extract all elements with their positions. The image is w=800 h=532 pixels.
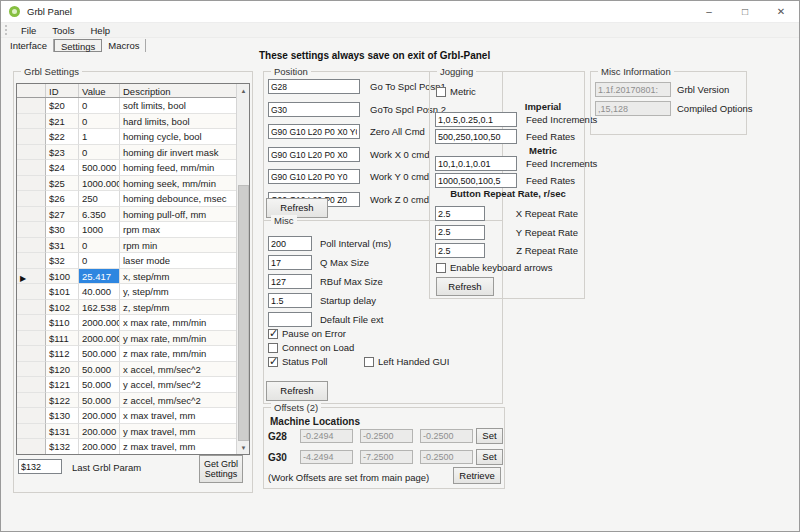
table-row[interactable]: $200soft limits, bool bbox=[17, 98, 238, 114]
scrollbar-down-icon[interactable]: ▼ bbox=[237, 441, 250, 454]
menu-item-file[interactable]: File bbox=[13, 24, 44, 37]
position-cmd-input[interactable] bbox=[268, 79, 360, 94]
cell-value[interactable]: 162.538 bbox=[79, 300, 120, 316]
table-row[interactable]: $251000.000homing seek, mm/min bbox=[17, 176, 238, 192]
table-row[interactable]: $24500.000homing feed, mm/min bbox=[17, 160, 238, 176]
cell-value[interactable]: 200.000 bbox=[79, 408, 120, 424]
cell-value[interactable]: 0 bbox=[79, 238, 120, 254]
cell-description: y, step/mm bbox=[120, 284, 238, 300]
cell-value[interactable]: 25.417 bbox=[79, 269, 120, 285]
jog-feed-input[interactable] bbox=[435, 129, 517, 144]
misc-refresh-button[interactable]: Refresh bbox=[266, 381, 328, 401]
jogging-refresh-button[interactable]: Refresh bbox=[436, 277, 494, 296]
menu-item-help[interactable]: Help bbox=[83, 24, 119, 37]
row-header-cell bbox=[17, 160, 46, 176]
cell-value[interactable]: 40.000 bbox=[79, 284, 120, 300]
connect-on-load-checkbox-box-icon bbox=[268, 343, 278, 353]
cell-value[interactable]: 0 bbox=[79, 98, 120, 114]
set-button[interactable]: Set bbox=[476, 428, 503, 444]
connect-on-load-checkbox[interactable]: Connect on Load bbox=[268, 342, 354, 353]
table-row[interactable]: $132200.000z max travel, mm bbox=[17, 439, 238, 455]
table-row[interactable]: $1112000.000y max rate, mm/min bbox=[17, 331, 238, 347]
cell-value[interactable]: 0 bbox=[79, 145, 120, 161]
table-row[interactable]: $102162.538z, step/mm bbox=[17, 300, 238, 316]
minimize-button[interactable]: – bbox=[691, 1, 727, 22]
cell-value[interactable]: 1000.000 bbox=[79, 176, 120, 192]
cell-value[interactable]: 50.000 bbox=[79, 362, 120, 378]
row-header-cell bbox=[17, 284, 46, 300]
metric-checkbox[interactable]: Metric bbox=[436, 86, 476, 97]
table-row[interactable]: $10140.000y, step/mm bbox=[17, 284, 238, 300]
cell-value[interactable]: 50.000 bbox=[79, 393, 120, 409]
jog-feed-input[interactable] bbox=[435, 112, 517, 127]
misc-field-input[interactable] bbox=[268, 255, 312, 270]
cell-value[interactable]: 500.000 bbox=[79, 160, 120, 176]
scrollbar-thumb[interactable] bbox=[238, 185, 249, 441]
repeat-rate-input[interactable] bbox=[435, 225, 485, 240]
table-row[interactable]: ▶$10025.417x, step/mm bbox=[17, 269, 238, 285]
grbl-settings-table[interactable]: IDValueDescription $200soft limits, bool… bbox=[16, 83, 250, 455]
table-row[interactable]: $276.350homing pull-off, mm bbox=[17, 207, 238, 223]
misc-field-input[interactable] bbox=[268, 293, 312, 308]
jog-feed-input[interactable] bbox=[435, 173, 517, 188]
jog-feed-input[interactable] bbox=[435, 156, 517, 171]
cell-value[interactable]: 6.350 bbox=[79, 207, 120, 223]
cell-value[interactable]: 1000 bbox=[79, 222, 120, 238]
maximize-button[interactable]: □ bbox=[727, 1, 763, 22]
position-cmd-input[interactable] bbox=[268, 169, 360, 184]
misc-field-input[interactable] bbox=[268, 312, 312, 327]
menu-item-tools[interactable]: Tools bbox=[44, 24, 82, 37]
misc-field-input[interactable] bbox=[268, 274, 312, 289]
tab-interface[interactable]: Interface bbox=[4, 39, 54, 52]
row-header-cell bbox=[17, 346, 46, 362]
position-cmd-input[interactable] bbox=[268, 124, 360, 139]
cell-value[interactable]: 1 bbox=[79, 129, 120, 145]
cell-value[interactable]: 2000.000 bbox=[79, 331, 120, 347]
last-grbl-param-input[interactable] bbox=[18, 459, 62, 474]
table-row[interactable]: $221homing cycle, bool bbox=[17, 129, 238, 145]
table-row[interactable]: $230homing dir invert mask bbox=[17, 145, 238, 161]
offset-value-input bbox=[360, 429, 413, 443]
table-row[interactable]: $112500.000z max rate, mm/min bbox=[17, 346, 238, 362]
scrollbar-up-icon[interactable]: ▲ bbox=[237, 84, 250, 97]
repeat-rate-input[interactable] bbox=[435, 206, 485, 221]
table-scrollbar[interactable]: ▲ ▼ bbox=[236, 84, 249, 454]
close-button[interactable]: ✕ bbox=[763, 1, 799, 22]
table-row[interactable]: $131200.000y max travel, mm bbox=[17, 424, 238, 440]
tab-macros[interactable]: Macros bbox=[102, 39, 146, 52]
status-poll-checkbox[interactable]: Status Poll bbox=[268, 356, 327, 367]
position-cmd-input[interactable] bbox=[268, 147, 360, 162]
table-row[interactable]: $210hard limits, bool bbox=[17, 114, 238, 130]
set-button[interactable]: Set bbox=[476, 449, 503, 465]
cell-value[interactable]: 0 bbox=[79, 114, 120, 130]
cell-value[interactable]: 500.000 bbox=[79, 346, 120, 362]
misc-field-label: Poll Interval (ms) bbox=[320, 236, 391, 251]
table-row[interactable]: $12150.000y accel, mm/sec^2 bbox=[17, 377, 238, 393]
cell-value[interactable]: 0 bbox=[79, 253, 120, 269]
table-row[interactable]: $26250homing debounce, msec bbox=[17, 191, 238, 207]
offset-value-input bbox=[300, 429, 353, 443]
row-header-cell bbox=[17, 424, 46, 440]
cell-value[interactable]: 50.000 bbox=[79, 377, 120, 393]
table-row[interactable]: $12250.000z accel, mm/sec^2 bbox=[17, 393, 238, 409]
table-row[interactable]: $320laser mode bbox=[17, 253, 238, 269]
enable-keyboard-arrows-checkbox[interactable]: Enable keyboard arrows bbox=[436, 262, 552, 273]
table-row[interactable]: $12050.000x accel, mm/sec^2 bbox=[17, 362, 238, 378]
repeat-rate-input[interactable] bbox=[435, 243, 485, 258]
misc-field-input[interactable] bbox=[268, 236, 312, 251]
get-grbl-settings-button[interactable]: Get Grbl Settings bbox=[199, 455, 243, 483]
retrieve-button[interactable]: Retrieve bbox=[453, 467, 501, 484]
left-handed-gui-checkbox[interactable]: Left Handed GUI bbox=[364, 356, 449, 367]
cell-value[interactable]: 250 bbox=[79, 191, 120, 207]
cell-description: x max rate, mm/min bbox=[120, 315, 238, 331]
table-row[interactable]: $130200.000x max travel, mm bbox=[17, 408, 238, 424]
cell-value[interactable]: 2000.000 bbox=[79, 315, 120, 331]
table-row[interactable]: $301000rpm max bbox=[17, 222, 238, 238]
table-row[interactable]: $310rpm min bbox=[17, 238, 238, 254]
table-row[interactable]: $1102000.000x max rate, mm/min bbox=[17, 315, 238, 331]
cell-value[interactable]: 200.000 bbox=[79, 439, 120, 455]
pause-on-error-checkbox[interactable]: Pause on Error bbox=[268, 328, 346, 339]
cell-value[interactable]: 200.000 bbox=[79, 424, 120, 440]
position-cmd-input[interactable] bbox=[268, 102, 360, 117]
tab-settings[interactable]: Settings bbox=[54, 39, 102, 52]
